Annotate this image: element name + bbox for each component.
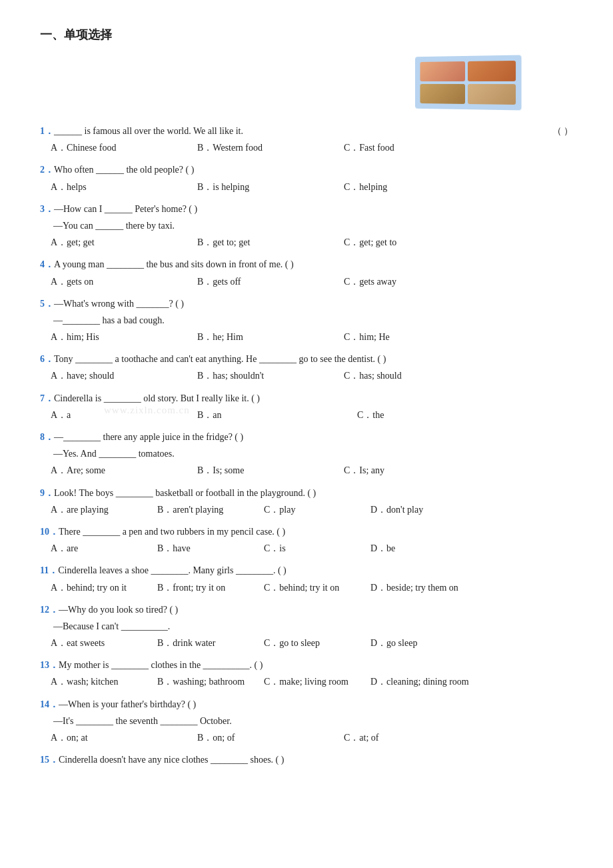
- q13-opt-c: C．make; living room: [264, 673, 370, 690]
- question-1: 1． ______ is famous all over the world. …: [40, 123, 573, 156]
- q8-options: A．Are; some B．Is; some C．Is; any: [51, 462, 573, 479]
- question-15: 15． Cinderella doesn't have any nice clo…: [40, 751, 573, 768]
- q8-opt-c: C．Is; any: [344, 462, 490, 479]
- q11-opt-b: B．front; try it on: [157, 579, 264, 596]
- q12-opt-c: C．go to sleep: [264, 635, 370, 651]
- q10-opt-b: B．have: [157, 540, 264, 557]
- q6-opt-a: A．have; should: [51, 367, 197, 384]
- q1-opt-b: B．Western food: [197, 139, 344, 156]
- q9-opt-c: C．play: [264, 501, 370, 518]
- q4-opt-c: C．gets away: [344, 273, 490, 290]
- q3-options: A．get; get B．get to; get C．get; get to: [51, 234, 573, 251]
- q10-opt-d: D．be: [370, 540, 477, 557]
- q9-options: A．are playing B．aren't playing C．play D．…: [51, 501, 573, 518]
- q3-opt-a: A．get; get: [51, 234, 197, 251]
- q5-options: A．him; His B．he; Him C．him; He: [51, 329, 573, 345]
- q15-number: 15．: [40, 751, 59, 768]
- q10-text: There ________ a pen and two rubbers in …: [59, 523, 285, 540]
- q6-number: 6．: [40, 351, 54, 367]
- q5-opt-a: A．him; His: [51, 329, 197, 345]
- q12-number: 12．: [40, 601, 59, 618]
- q14-options: A．on; at B．on; of C．at; of: [51, 729, 573, 746]
- food-img-1: [420, 61, 465, 81]
- q6-opt-b: B．has; shouldn't: [197, 367, 344, 384]
- q13-number: 13．: [40, 657, 59, 673]
- q7-opt-c: C．the: [357, 407, 504, 423]
- food-img-2: [468, 61, 516, 81]
- q8-number: 8．: [40, 429, 54, 445]
- q1-opt-c: C．Fast food: [344, 139, 490, 156]
- watermark: www.zixln.com.cn: [104, 401, 190, 419]
- q13-opt-a: A．wash; kitchen: [51, 673, 157, 690]
- question-14: 14． —When is your father's birthday? ( )…: [40, 696, 573, 747]
- q2-opt-a: A．helps: [51, 179, 197, 195]
- q1-number: 1．: [40, 123, 54, 139]
- question-4: 4． A young man ________ the bus and sits…: [40, 256, 573, 289]
- q3-text-2: —You can ______ there by taxi.: [53, 217, 573, 234]
- food-img-4: [468, 84, 516, 105]
- q4-number: 4．: [40, 256, 54, 273]
- q3-text-1: —How can I ______ Peter's home? ( ): [54, 201, 197, 217]
- q7-opt-b: B．an: [197, 407, 357, 423]
- question-9: 9． Look! The boys ________ basketball or…: [40, 485, 573, 518]
- q14-text-1: —When is your father's birthday? ( ): [59, 696, 196, 713]
- q11-options: A．behind; try on it B．front; try it on C…: [51, 579, 573, 596]
- question-11: 11． Cinderella leaves a shoe ________. M…: [40, 562, 573, 595]
- q7-options: A．a B．an C．the www.zixln.com.cn: [51, 407, 573, 423]
- question-8: 8． —________ there any apple juice in th…: [40, 429, 573, 479]
- food-img-3: [420, 84, 465, 104]
- question-3: 3． —How can I ______ Peter's home? ( ) —…: [40, 201, 573, 251]
- q10-options: A．are B．have C．is D．be: [51, 540, 573, 557]
- header-area: [40, 56, 573, 116]
- q10-opt-a: A．are: [51, 540, 157, 557]
- q5-opt-b: B．he; Him: [197, 329, 344, 345]
- q12-text-2: —Because I can't __________.: [53, 618, 573, 635]
- q8-text-1: —________ there any apple juice in the f…: [54, 429, 243, 445]
- q9-text: Look! The boys ________ basketball or fo…: [54, 485, 316, 501]
- q10-opt-c: C．is: [264, 540, 370, 557]
- q8-opt-a: A．Are; some: [51, 462, 197, 479]
- q12-text-1: —Why do you look so tired? ( ): [59, 601, 178, 618]
- q6-text: Tony ________ a toothache and can't eat …: [54, 351, 386, 367]
- q1-text: ______ is famous all over the world. We …: [54, 123, 243, 139]
- q13-opt-d: D．cleaning; dining room: [370, 673, 477, 690]
- page-title: 一、单项选择: [40, 27, 573, 43]
- question-2: 2． Who often ______ the old people? ( ) …: [40, 161, 573, 195]
- q13-options: A．wash; kitchen B．washing; bathroom C．ma…: [51, 673, 573, 690]
- q13-text: My mother is ________ clothes in the ___…: [59, 657, 263, 673]
- q11-opt-d: D．beside; try them on: [370, 579, 477, 596]
- q12-opt-d: D．go sleep: [370, 635, 477, 651]
- q15-text: Cinderella doesn't have any nice clothes…: [59, 751, 284, 768]
- q11-opt-a: A．behind; try on it: [51, 579, 157, 596]
- food-image-grid: [415, 55, 522, 111]
- q1-opt-a: A．Chinese food: [51, 139, 197, 156]
- q2-number: 2．: [40, 161, 54, 178]
- q2-text: Who often ______ the old people? ( ): [54, 161, 194, 178]
- q14-text-2: —It's ________ the seventh ________ Octo…: [53, 713, 573, 729]
- q12-options: A．eat sweets B．drink water C．go to sleep…: [51, 635, 573, 651]
- q4-opt-a: A．gets on: [51, 273, 197, 290]
- q4-opt-b: B．gets off: [197, 273, 344, 290]
- q13-opt-b: B．washing; bathroom: [157, 673, 264, 690]
- question-7: 7． Cinderella is ________ old story. But…: [40, 390, 573, 423]
- q2-opt-b: B．is helping: [197, 179, 344, 195]
- q6-options: A．have; should B．has; shouldn't C．has; s…: [51, 367, 573, 384]
- q5-text-2: —________ has a bad cough.: [53, 312, 573, 329]
- q9-number: 9．: [40, 485, 54, 501]
- q10-number: 10．: [40, 523, 59, 540]
- q1-paren: （ ）: [552, 123, 574, 139]
- q14-opt-b: B．on; of: [197, 729, 344, 746]
- q14-number: 14．: [40, 696, 59, 713]
- q5-number: 5．: [40, 295, 54, 312]
- q2-opt-c: C．helping: [344, 179, 490, 195]
- question-13: 13． My mother is ________ clothes in the…: [40, 657, 573, 690]
- q9-opt-a: A．are playing: [51, 501, 157, 518]
- q12-opt-a: A．eat sweets: [51, 635, 157, 651]
- q1-options: A．Chinese food B．Western food C．Fast foo…: [51, 139, 573, 156]
- question-5: 5． —What's wrong with _______? ( ) —____…: [40, 295, 573, 346]
- q11-number: 11．: [40, 562, 58, 579]
- q14-opt-c: C．at; of: [344, 729, 490, 746]
- q6-opt-c: C．has; should: [344, 367, 490, 384]
- q4-text: A young man ________ the bus and sits do…: [54, 256, 294, 273]
- q3-opt-b: B．get to; get: [197, 234, 344, 251]
